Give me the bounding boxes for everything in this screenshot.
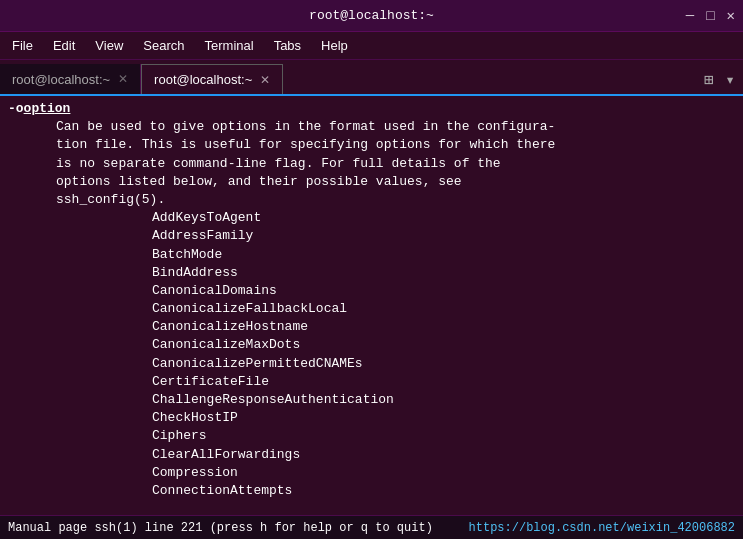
option-0: AddKeysToAgent (152, 209, 735, 227)
option-9: CertificateFile (152, 373, 735, 391)
menu-terminal[interactable]: Terminal (197, 36, 262, 55)
menu-edit[interactable]: Edit (45, 36, 83, 55)
title-bar: root@localhost:~ ─ □ ✕ (0, 0, 743, 32)
option-6: CanonicalizeHostname (152, 318, 735, 336)
option-12: Ciphers (152, 427, 735, 445)
option-15: ConnectionAttempts (152, 482, 735, 500)
option-10: ChallengeResponseAuthentication (152, 391, 735, 409)
option-14: Compression (152, 464, 735, 482)
desc-line-5: ssh_config(5). (56, 191, 735, 209)
title-text: root@localhost:~ (309, 8, 434, 23)
option-5: CanonicalizeFallbackLocal (152, 300, 735, 318)
option-11: CheckHostIP (152, 409, 735, 427)
tab-1-close[interactable]: ✕ (118, 72, 128, 86)
tabs-dropdown-button[interactable]: ▾ (721, 66, 739, 94)
menu-file[interactable]: File (4, 36, 41, 55)
option-2: BatchMode (152, 246, 735, 264)
tab-1-label: root@localhost:~ (12, 72, 110, 87)
option-4: CanonicalDomains (152, 282, 735, 300)
desc-line-4: options listed below, and their possible… (56, 173, 735, 191)
tabs-bar: root@localhost:~ ✕ root@localhost:~ ✕ ⊞ … (0, 60, 743, 96)
tab-2[interactable]: root@localhost:~ ✕ (141, 64, 283, 94)
option-7: CanonicalizeMaxDots (152, 336, 735, 354)
menu-bar: File Edit View Search Terminal Tabs Help (0, 32, 743, 60)
maximize-button[interactable]: □ (706, 8, 714, 24)
menu-tabs[interactable]: Tabs (266, 36, 309, 55)
option-1: AddressFamily (152, 227, 735, 245)
option-13: ClearAllForwardings (152, 446, 735, 464)
tab-1[interactable]: root@localhost:~ ✕ (0, 64, 141, 94)
status-bar: Manual page ssh(1) line 221 (press h for… (0, 515, 743, 539)
minimize-button[interactable]: ─ (686, 8, 694, 24)
menu-view[interactable]: View (87, 36, 131, 55)
close-button[interactable]: ✕ (727, 7, 735, 24)
option-name: option (24, 100, 71, 118)
new-tab-button[interactable]: ⊞ (700, 66, 718, 94)
flag-dash: -o (8, 100, 24, 118)
menu-search[interactable]: Search (135, 36, 192, 55)
flag-line: -o option (8, 100, 735, 118)
options-list: AddKeysToAgent AddressFamily BatchMode B… (8, 209, 735, 500)
status-link[interactable]: https://blog.csdn.net/weixin_42006882 (469, 521, 735, 535)
status-text: Manual page ssh(1) line 221 (press h for… (8, 521, 433, 535)
menu-help[interactable]: Help (313, 36, 356, 55)
description-lines: Can be used to give options in the forma… (8, 118, 735, 209)
desc-line-1: Can be used to give options in the forma… (56, 118, 735, 136)
terminal-area: -o option Can be used to give options in… (0, 96, 743, 515)
tab-2-label: root@localhost:~ (154, 72, 252, 87)
desc-line-2: tion file. This is useful for specifying… (56, 136, 735, 154)
tab-2-close[interactable]: ✕ (260, 73, 270, 87)
option-3: BindAddress (152, 264, 735, 282)
desc-line-3: is no separate command-line flag. For fu… (56, 155, 735, 173)
option-8: CanonicalizePermittedCNAMEs (152, 355, 735, 373)
